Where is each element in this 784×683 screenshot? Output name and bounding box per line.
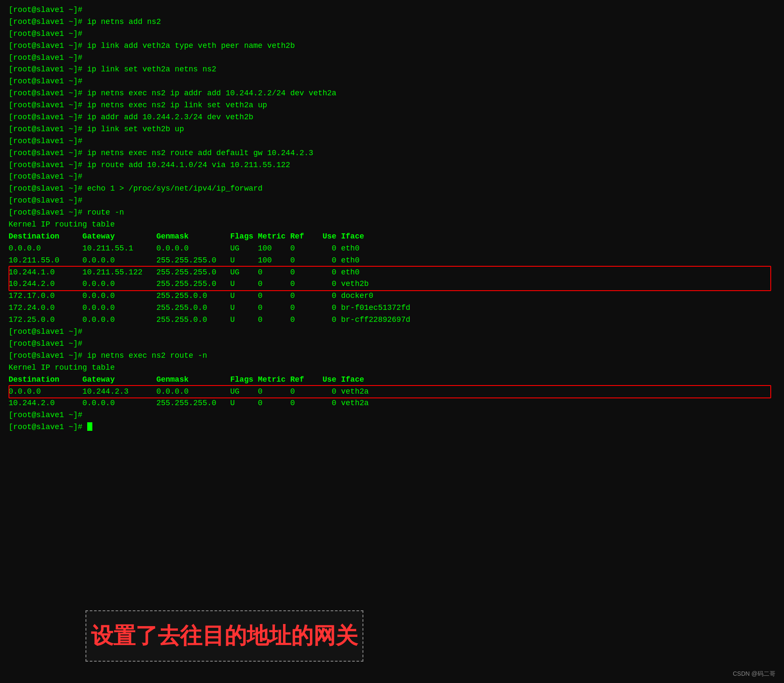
terminal-line: [root@slave1 ~]# [9,421,775,433]
terminal-line: 0.0.0.0 10.244.2.3 0.0.0.0 UG 0 0 0 veth… [9,386,775,398]
terminal-line: [root@slave1 ~]# ip netns exec ns2 ip li… [9,100,775,112]
terminal-line: [root@slave1 ~]# ip route add 10.244.1.0… [9,159,775,171]
terminal-line: 10.244.1.0 10.211.55.122 255.255.255.0 U… [9,267,775,279]
terminal-line: 172.24.0.0 0.0.0.0 255.255.0.0 U 0 0 0 b… [9,302,775,314]
terminal-line: [root@slave1 ~]# [9,326,775,338]
watermark: CSDN @码二哥 [733,670,775,678]
terminal-line: 10.244.2.0 0.0.0.0 255.255.255.0 U 0 0 0… [9,397,775,409]
terminal-line: 10.211.55.0 0.0.0.0 255.255.255.0 U 100 … [9,255,775,267]
terminal-line: 172.17.0.0 0.0.0.0 255.255.0.0 U 0 0 0 d… [9,290,775,302]
terminal-line: [root@slave1 ~]# [9,171,775,183]
annotation-box: 设置了去往目的地址的网关 [85,610,363,662]
terminal-line: 10.244.2.0 0.0.0.0 255.255.255.0 U 0 0 0… [9,278,775,290]
terminal-line: [root@slave1 ~]# ip netns exec ns2 route… [9,147,775,159]
terminal: [root@slave1 ~]#[root@slave1 ~]# ip netn… [0,0,784,683]
annotation-text: 设置了去往目的地址的网关 [91,621,358,651]
terminal-line: [root@slave1 ~]# ip netns add ns2 [9,16,775,28]
terminal-line: [root@slave1 ~]# ip netns exec ns2 ip ad… [9,88,775,100]
terminal-output: [root@slave1 ~]#[root@slave1 ~]# ip netn… [9,4,775,433]
terminal-line: [root@slave1 ~]# ip addr add 10.244.2.3/… [9,112,775,124]
terminal-line: [root@slave1 ~]# [9,76,775,88]
terminal-line: Kernel IP routing table [9,219,775,231]
terminal-line: Destination Gateway Genmask Flags Metric… [9,374,775,386]
terminal-line: Destination Gateway Genmask Flags Metric… [9,231,775,243]
terminal-line: [root@slave1 ~]# [9,52,775,64]
terminal-line: [root@slave1 ~]# [9,195,775,207]
terminal-line: [root@slave1 ~]# ip link set veth2b up [9,124,775,135]
terminal-line: [root@slave1 ~]# echo 1 > /proc/sys/net/… [9,183,775,195]
terminal-line: [root@slave1 ~]# [9,135,775,147]
terminal-line: [root@slave1 ~]# ip link set veth2a netn… [9,64,775,76]
terminal-line: [root@slave1 ~]# [9,409,775,421]
terminal-line: [root@slave1 ~]# ip netns exec ns2 route… [9,350,775,362]
terminal-line: [root@slave1 ~]# [9,28,775,40]
terminal-line: 172.25.0.0 0.0.0.0 255.255.0.0 U 0 0 0 b… [9,314,775,326]
terminal-line: Kernel IP routing table [9,362,775,374]
terminal-line: [root@slave1 ~]# [9,338,775,350]
terminal-line: [root@slave1 ~]# ip link add veth2a type… [9,40,775,52]
terminal-line: [root@slave1 ~]# [9,4,775,16]
terminal-line: [root@slave1 ~]# route -n [9,207,775,219]
terminal-line: 0.0.0.0 10.211.55.1 0.0.0.0 UG 100 0 0 e… [9,243,775,255]
